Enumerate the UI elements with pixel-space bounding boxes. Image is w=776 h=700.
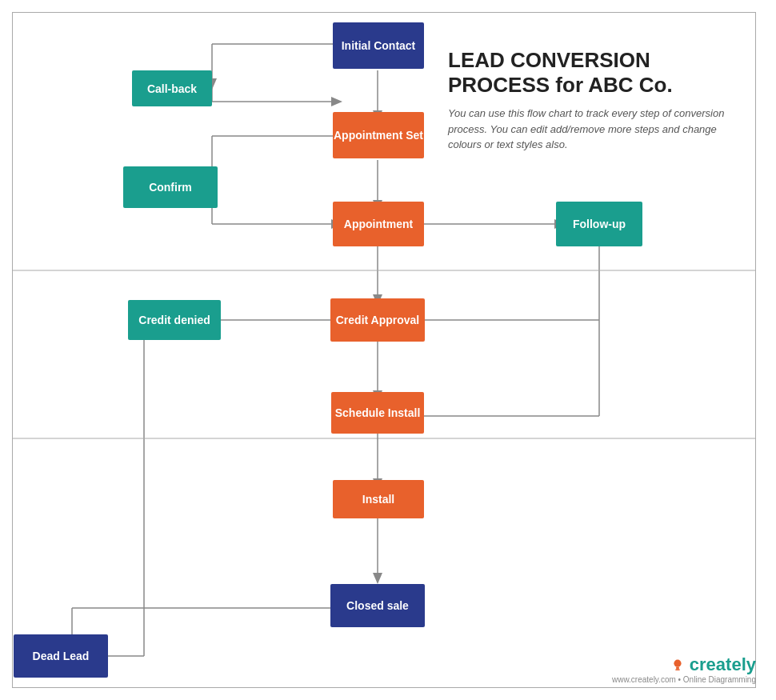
node-follow-up[interactable]: Follow-up — [556, 202, 642, 246]
node-appointment-set[interactable]: Appointment Set — [333, 112, 424, 158]
page-title: LEAD CONVERSION PROCESS for ABC Co. — [448, 48, 744, 98]
svg-rect-44 — [676, 667, 679, 670]
title-area: LEAD CONVERSION PROCESS for ABC Co. You … — [448, 48, 744, 153]
svg-rect-45 — [675, 670, 680, 670]
svg-point-43 — [674, 660, 681, 667]
brand-logo: creately — [669, 654, 756, 675]
node-closed-sale[interactable]: Closed sale — [330, 584, 425, 627]
node-credit-denied[interactable]: Credit denied — [128, 300, 221, 340]
node-call-back[interactable]: Call-back — [132, 70, 212, 106]
diagram-container: Initial Contact Call-back Appointment Se… — [0, 0, 776, 700]
node-dead-lead[interactable]: Dead Lead — [14, 634, 108, 678]
page-subtitle: You can use this flow chart to track eve… — [448, 106, 744, 153]
node-initial-contact[interactable]: Initial Contact — [333, 22, 424, 69]
bulb-icon — [669, 656, 686, 674]
node-install[interactable]: Install — [333, 480, 424, 518]
node-appointment[interactable]: Appointment — [333, 202, 424, 246]
footer-url: www.creately.com • Online Diagramming — [612, 675, 756, 684]
node-credit-approval[interactable]: Credit Approval — [330, 298, 425, 342]
node-schedule-install[interactable]: Schedule Install — [331, 392, 424, 434]
footer: creately www.creately.com • Online Diagr… — [612, 654, 756, 684]
node-confirm[interactable]: Confirm — [123, 166, 218, 208]
